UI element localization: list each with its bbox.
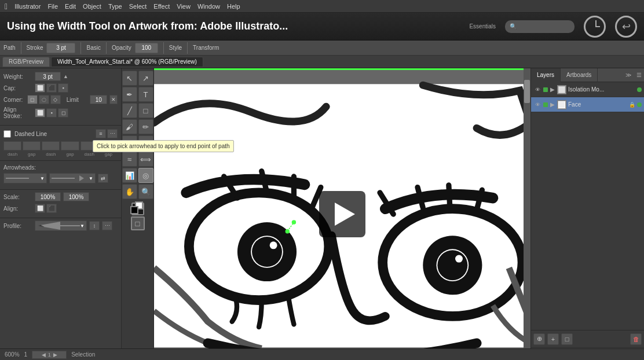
layer-expand-btn[interactable]: ▶ <box>550 86 555 93</box>
dash-cell-4[interactable] <box>61 141 79 150</box>
search-field[interactable]: 🔍 <box>505 20 575 33</box>
corner-round-btn[interactable]: ◌ <box>39 95 49 104</box>
scrollbar-thumb[interactable] <box>524 80 530 103</box>
make-clip-mask-btn[interactable]: ⊕ <box>533 333 545 345</box>
dashed-opt2[interactable]: ⋯ <box>107 129 118 138</box>
opacity-input[interactable] <box>135 43 158 53</box>
svg-point-11 <box>286 229 290 233</box>
active-tool[interactable]: ◎ <box>138 168 153 183</box>
transform-label: Transform <box>193 45 219 51</box>
menu-window[interactable]: Window <box>197 3 220 10</box>
menu-type[interactable]: Type <box>108 3 122 10</box>
arrow-end-select[interactable]: ▼ <box>49 173 96 183</box>
corner-miter-btn[interactable]: ◻ <box>27 95 38 104</box>
width-tool[interactable]: ⟺ <box>138 152 153 167</box>
prev-artboard[interactable]: ◀ <box>42 352 46 358</box>
profile-select[interactable]: ▶ ▼ <box>35 221 87 231</box>
menu-edit[interactable]: Edit <box>65 3 76 10</box>
rect-tool[interactable]: □ <box>138 103 153 118</box>
hand-tool[interactable]: ✋ <box>122 184 137 199</box>
clock-icon[interactable] <box>584 16 606 38</box>
dash-cell-1[interactable] <box>3 141 21 150</box>
align-outside-btn[interactable]: ◻ <box>58 108 68 117</box>
arrow-swap-btn[interactable]: ⇄ <box>98 174 108 183</box>
tab-artwork[interactable]: Width_Tool_Artwork_Start.ai* @ 600% (RGB… <box>51 57 203 67</box>
dashed-line-checkbox[interactable] <box>3 130 11 138</box>
tab-layers[interactable]: Layers <box>531 68 561 82</box>
zoom-tool[interactable]: 🔍 <box>138 184 153 199</box>
align-inside-btn[interactable]: ▪ <box>46 108 57 117</box>
align-btn-1[interactable]: ⬜ <box>35 204 45 213</box>
tab-artboards[interactable]: Artboards <box>561 68 598 82</box>
cap-round-btn[interactable]: ⬛ <box>46 83 57 93</box>
profile-chevron: ▼ <box>80 223 85 229</box>
line-tool[interactable]: ╱ <box>122 103 137 118</box>
menu-view[interactable]: View <box>177 3 191 10</box>
screen-mode-btn[interactable]: □ <box>131 216 145 230</box>
menu-illustrator[interactable]: Illustrator <box>14 3 41 10</box>
cap-square-btn[interactable]: ▪ <box>58 83 68 93</box>
play-button[interactable] <box>319 191 365 237</box>
scale-input-2[interactable] <box>63 192 89 201</box>
profile-options-btn[interactable]: ⋯ <box>102 221 112 230</box>
selection-tool[interactable]: ↖ <box>122 71 137 86</box>
menu-select[interactable]: Select <box>129 3 147 10</box>
align-btn-2[interactable]: ⬛ <box>46 204 57 213</box>
dashed-line-label: Dashed Line <box>14 131 47 137</box>
new-sublayer-btn[interactable]: + <box>547 333 559 345</box>
limit-close-btn[interactable]: ✕ <box>109 95 118 104</box>
menu-help[interactable]: Help <box>227 3 240 10</box>
scale-align-section: Scale: Align: ⬜ ⬛ <box>0 190 121 218</box>
pencil-tool[interactable]: ✏ <box>138 119 153 134</box>
limit-input[interactable] <box>90 95 107 104</box>
paintbrush-tool[interactable]: 🖌 <box>122 119 137 134</box>
weight-input[interactable] <box>35 72 61 81</box>
layer-row-face[interactable]: 👁 ▶ Face 🔒 <box>531 97 644 112</box>
cap-butt-btn[interactable]: ⬜ <box>35 83 45 93</box>
warp-tool[interactable]: ≈ <box>122 152 137 167</box>
scale-input-1[interactable] <box>35 192 61 201</box>
arrow-start-select[interactable]: ▼ <box>3 173 47 183</box>
title-bar: Using the Width Tool on Artwork from: Ad… <box>0 13 644 41</box>
arrow-start-row: ▼ ▼ ⇄ <box>3 173 118 183</box>
align-label: Align: <box>3 205 32 212</box>
dashed-opt1[interactable]: ≡ <box>96 129 106 138</box>
dash-cell-3[interactable] <box>42 141 60 150</box>
dash-label-6: gap <box>100 152 118 157</box>
canvas-area: video2brain.com <box>154 68 530 360</box>
bar-chart-tool[interactable]: 📊 <box>122 168 137 183</box>
type-tool[interactable]: T <box>138 87 153 102</box>
delete-layer-btn[interactable]: 🗑 <box>630 333 642 345</box>
artboard-nav[interactable]: ◀ 1 ▶ <box>32 351 67 359</box>
layers-menu-btn[interactable]: ☰ <box>634 68 644 82</box>
apple-menu[interactable]:  <box>5 2 8 11</box>
next-artboard[interactable]: ▶ <box>53 352 57 358</box>
layers-empty-space <box>531 112 644 330</box>
warp-tools: ≈ ⟺ <box>122 152 153 167</box>
new-layer-btn[interactable]: □ <box>561 333 573 345</box>
vertical-scrollbar[interactable] <box>524 68 530 360</box>
menu-object[interactable]: Object <box>83 3 101 10</box>
direct-select-tool[interactable]: ↗ <box>138 71 153 86</box>
layer-visibility-toggle[interactable]: 👁 <box>533 87 541 93</box>
arrow-end-chevron: ▼ <box>89 176 93 181</box>
layer-face-expand[interactable]: ▶ <box>550 101 555 108</box>
layer-thumbnail <box>557 85 566 94</box>
forward-icon[interactable]: ↩ <box>615 16 637 38</box>
pen-tool[interactable]: ✒ <box>122 87 137 102</box>
layer-face-visibility[interactable]: 👁 <box>533 102 541 108</box>
tab-rgb[interactable]: RGB/Preview <box>2 57 50 67</box>
layers-collapse-btn[interactable]: ≫ <box>623 68 634 82</box>
corner-bevel-btn[interactable]: ◇ <box>50 95 61 104</box>
separator2 <box>80 42 81 54</box>
color-swatch[interactable] <box>131 203 144 215</box>
layer-row-isolation[interactable]: 👁 ▶ Isolation Mo... <box>531 82 644 97</box>
dash-cell-2[interactable] <box>23 141 41 150</box>
profile-flip-btn[interactable]: ↕ <box>89 221 100 230</box>
arrow-start-line <box>6 178 29 179</box>
align-center-btn[interactable]: ⬜ <box>35 108 45 117</box>
menu-file[interactable]: File <box>47 3 58 10</box>
weight-up-icon[interactable]: ▲ <box>63 74 68 79</box>
stroke-value-input[interactable] <box>46 43 75 53</box>
menu-effect[interactable]: Effect <box>153 3 170 10</box>
